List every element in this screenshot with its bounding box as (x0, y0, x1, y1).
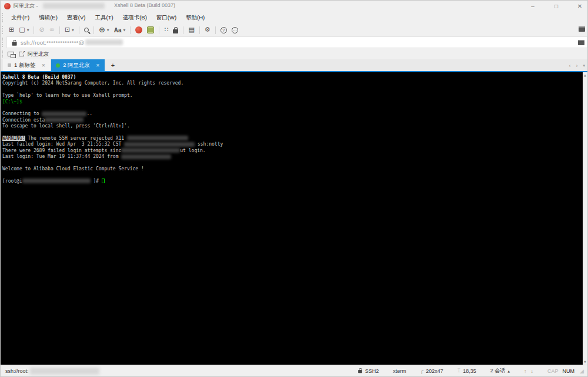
tab-scroll-left-icon[interactable]: ‹ (569, 63, 570, 69)
terminal-text: [root@i (2, 179, 22, 184)
menu-item-5[interactable]: 选项卡(B) (118, 12, 152, 22)
scroll-down-icon[interactable]: ▼ (584, 359, 586, 365)
terminal-text: Welcome to Alibaba Cloud Elastic Compute… (2, 166, 144, 171)
new-terminal-icon[interactable]: ⊡▼ (62, 25, 76, 35)
menu-item-3[interactable]: 查看(V) (62, 12, 91, 22)
scroll-up-icon[interactable]: ▲ (584, 72, 586, 78)
scroll-top-arrow-icon[interactable]: ↑ (524, 368, 527, 374)
terminal-scrollbar[interactable]: ▲ ▼ (583, 72, 587, 365)
lock-icon (12, 42, 16, 45)
help-icon[interactable]: ? (218, 25, 229, 35)
disconnect-icon: ⊘ (39, 25, 44, 35)
scroll-bottom-arrow-icon[interactable]: ↓ (531, 368, 534, 374)
redacted-terminal-text (45, 117, 83, 122)
tab-list-menu-icon[interactable]: ▾ (583, 63, 585, 68)
resize-corner-icon: ┌ (420, 368, 423, 374)
toolbar: ⊞▢▼⊘∞⊡▼⊕▼Aa▼∷▤⚙?⋯ (1, 24, 587, 36)
caps-lock-indicator: CAP (547, 368, 559, 374)
session-count-caret-icon: ▲ (507, 369, 510, 373)
toolbar-separator (159, 26, 159, 34)
terminal-screen[interactable]: Xshell 8 Beta (Build 0037)Copyright (c) … (1, 72, 587, 365)
terminal-text: .. (86, 111, 92, 116)
minimize-button[interactable]: – (529, 3, 537, 9)
window-resize-grip[interactable]: ◢ (580, 368, 584, 374)
find-icon (84, 28, 89, 32)
session-tab-1[interactable]: 1 新标签✕ (3, 59, 50, 71)
terminal-line: Copyright (c) 2024 NetSarang Computer, I… (2, 80, 582, 86)
xftp-app-icon[interactable] (145, 25, 156, 35)
redacted-terminal-text (127, 136, 188, 140)
terminal-line: Last login: Tue Mar 19 11:37:44 2024 fro… (2, 154, 582, 160)
terminal-cursor (102, 179, 105, 183)
session-bar-title: 阿里北京 (28, 51, 49, 58)
status-indicators: SSH2 xterm ┌ 202x47 ⌶ 18,35 2 会话 ▲ ↑ ↓ (358, 367, 584, 375)
tab-close-icon[interactable]: ✕ (41, 63, 45, 68)
new-session-icon[interactable]: ⊞ (6, 25, 16, 35)
options-gear-icon[interactable]: ⚙ (202, 25, 213, 35)
terminal-line (2, 87, 582, 93)
open-session-icon[interactable]: ▢▼ (16, 25, 31, 35)
address-overflow-button[interactable] (578, 40, 584, 45)
terminal-line (2, 130, 582, 136)
toolbar-overflow-button[interactable] (579, 26, 585, 32)
address-bar: ssh://root:**************@ (1, 36, 587, 49)
num-lock-indicator: NUM (563, 368, 575, 374)
menu-item-6[interactable]: 窗口(W) (152, 12, 181, 22)
popout-session-icon[interactable] (19, 52, 24, 56)
compose-bar-icon[interactable]: ▤ (186, 25, 196, 35)
lock-screen-icon[interactable] (171, 25, 181, 35)
feedback-icon[interactable]: ⋯ (229, 25, 240, 35)
tile-sessions-icon[interactable] (8, 52, 14, 56)
disconnect-icon[interactable]: ⊘ (36, 25, 46, 35)
xshell-app-icon[interactable] (133, 25, 145, 35)
font-size-control[interactable]: Aa▼ (112, 25, 128, 35)
tab-label: 2 阿里北京 (63, 62, 90, 69)
redacted-status-text (30, 368, 99, 375)
terminal-text: Last failed login: Wed Apr 3 21:55:32 CS… (2, 142, 124, 147)
toolbar-separator (130, 26, 131, 34)
menu-item-7[interactable]: 帮助(H) (181, 12, 209, 22)
terminal-line: Connection esta (2, 117, 582, 123)
toolbar-separator (93, 26, 94, 34)
xshell-app-icon (135, 26, 142, 33)
menu-item-1[interactable]: 文件(F) (6, 12, 34, 22)
new-terminal-icon: ⊡ (65, 25, 70, 35)
terminal-line (2, 105, 582, 111)
encoding-globe-icon[interactable]: ⊕▼ (96, 25, 112, 35)
terminal-line (2, 172, 582, 178)
tab-close-icon[interactable]: ✕ (96, 63, 100, 68)
feedback-icon: ⋯ (232, 27, 238, 33)
maximize-button[interactable]: □ (552, 3, 560, 9)
terminal-text: Connection esta (2, 117, 45, 123)
toolbar-grip[interactable] (2, 26, 5, 34)
terminal-text: Connecting to (2, 111, 42, 116)
sessionbar-grip[interactable] (2, 51, 5, 58)
dropdown-caret-icon: ▼ (107, 28, 109, 32)
tab-label: 1 新标签 (14, 62, 35, 69)
session-tab-2[interactable]: 2 阿里北京✕ (51, 59, 105, 71)
session-connected-icon (56, 63, 60, 68)
fullscreen-icon: ∷ (164, 25, 168, 35)
status-connection: ssh://root: (5, 368, 99, 375)
menu-item-2[interactable]: 编辑(E) (34, 12, 62, 22)
terminal-line: Xshell 8 Beta (Build 0037) (2, 75, 582, 80)
new-tab-button[interactable]: + (106, 59, 120, 71)
terminal-line (2, 160, 582, 166)
menubar-grip[interactable] (2, 13, 5, 22)
dropdown-caret-icon: ▼ (72, 28, 74, 32)
addressbar-grip[interactable] (2, 38, 5, 47)
menu-item-4[interactable]: 工具(T) (90, 12, 118, 22)
close-button[interactable]: ✕ (576, 3, 584, 9)
dropdown-caret-icon: ▼ (123, 28, 126, 32)
fullscreen-icon[interactable]: ∷ (162, 25, 171, 35)
session-count-button[interactable]: 2 会话 ▲ (490, 367, 510, 375)
address-input[interactable]: ssh://root:**************@ (6, 36, 587, 48)
find-icon[interactable] (82, 25, 91, 35)
tab-scroll-right-icon[interactable]: › (576, 63, 577, 69)
terminal-text: Type `help' to learn how to use Xshell p… (2, 93, 133, 98)
reconnect-icon[interactable]: ∞ (47, 25, 57, 35)
terminal-line: To escape to local shell, press 'Ctrl+Al… (2, 123, 582, 129)
terminal-text: Copyright (c) 2024 NetSarang Computer, I… (2, 80, 183, 86)
terminal-text: ut login. (180, 148, 205, 153)
redacted-host-text (85, 39, 123, 45)
